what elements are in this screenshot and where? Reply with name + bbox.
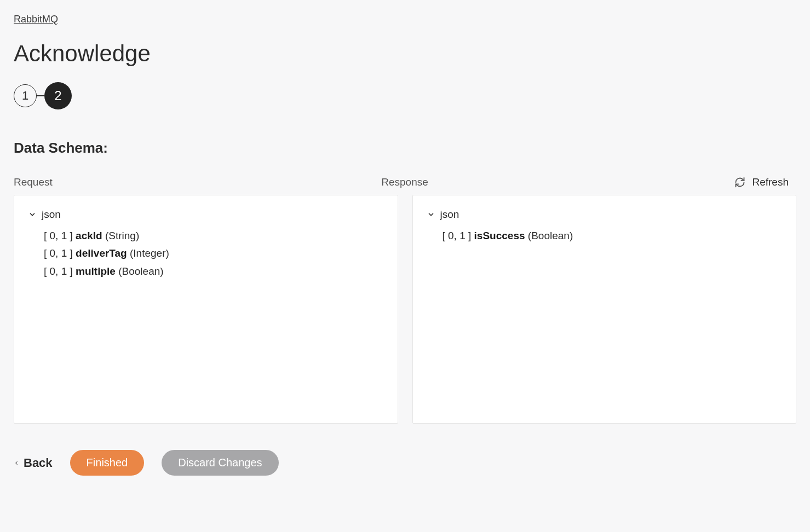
field-cardinality: [ 0, 1 ] <box>44 230 76 241</box>
section-title: Data Schema: <box>14 140 796 157</box>
field-cardinality: [ 0, 1 ] <box>44 247 76 259</box>
field-cardinality: [ 0, 1 ] <box>443 230 474 241</box>
schema-field[interactable]: [ 0, 1 ] ackId (String) <box>44 227 383 245</box>
breadcrumb-link[interactable]: RabbitMQ <box>14 14 58 25</box>
schema-field[interactable]: [ 0, 1 ] multiple (Boolean) <box>44 263 383 280</box>
response-label: Response <box>381 176 734 188</box>
request-root-label: json <box>42 209 61 221</box>
schema-field[interactable]: [ 0, 1 ] isSuccess (Boolean) <box>443 227 782 245</box>
field-name: ackId <box>76 230 102 241</box>
response-tree-root[interactable]: json <box>427 209 782 221</box>
refresh-button[interactable]: Refresh <box>734 176 796 188</box>
field-type: (Boolean) <box>525 230 573 241</box>
chevron-left-icon <box>14 459 19 467</box>
discard-button[interactable]: Discard Changes <box>162 450 278 476</box>
refresh-label: Refresh <box>752 176 789 188</box>
back-button[interactable]: Back <box>14 456 53 470</box>
schema-field[interactable]: [ 0, 1 ] deliverTag (Integer) <box>44 245 383 262</box>
back-label: Back <box>24 456 53 470</box>
step-2[interactable]: 2 <box>44 82 72 109</box>
request-panel: json [ 0, 1 ] ackId (String)[ 0, 1 ] del… <box>14 195 398 424</box>
field-type: (Boolean) <box>116 265 164 277</box>
step-connector <box>37 95 44 96</box>
response-panel: json [ 0, 1 ] isSuccess (Boolean) <box>412 195 797 424</box>
step-1[interactable]: 1 <box>14 84 37 107</box>
request-label: Request <box>14 176 367 188</box>
field-name: deliverTag <box>76 247 127 259</box>
refresh-icon <box>734 177 745 188</box>
chevron-down-icon <box>28 211 36 218</box>
field-name: multiple <box>76 265 116 277</box>
field-type: (Integer) <box>127 247 169 259</box>
chevron-down-icon <box>427 211 435 218</box>
response-root-label: json <box>440 209 459 221</box>
field-name: isSuccess <box>474 230 525 241</box>
stepper: 1 2 <box>14 82 796 109</box>
field-type: (String) <box>102 230 140 241</box>
page-title: Acknowledge <box>14 41 796 67</box>
field-cardinality: [ 0, 1 ] <box>44 265 76 277</box>
finished-button[interactable]: Finished <box>70 450 145 476</box>
request-tree-root[interactable]: json <box>28 209 383 221</box>
